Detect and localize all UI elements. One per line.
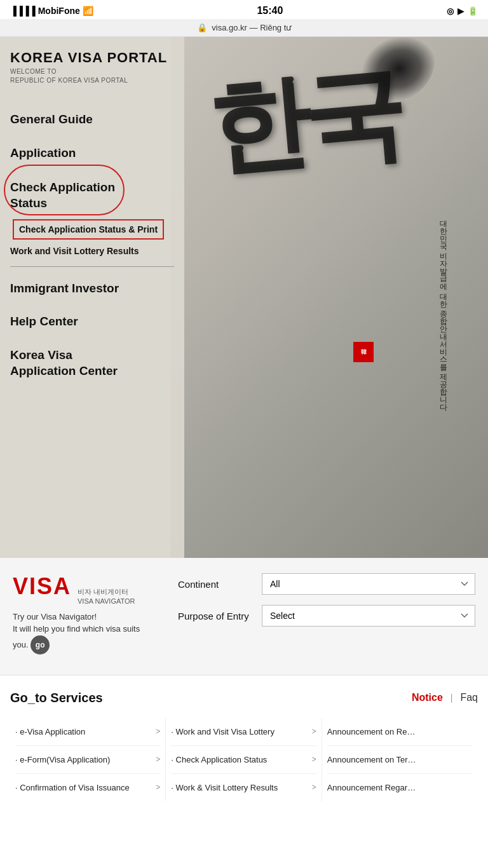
desc-line1: Try our Visa Navigator! xyxy=(13,612,97,621)
go-button[interactable]: go xyxy=(30,635,50,654)
purpose-label: Purpose of Entry xyxy=(178,611,254,621)
notice-item-3[interactable]: Announcement Regar… xyxy=(327,774,473,801)
visa-logo: VISA 비자 내비게이터 VISA NAVIGATOR xyxy=(13,573,165,607)
services-header: Go_to Services Notice | Faq xyxy=(10,691,478,705)
nav-lottery-results[interactable]: Work and Visit Lottery Results xyxy=(10,243,174,264)
nav-item-immigrant-investor[interactable]: Immigrant Investor xyxy=(10,272,174,306)
confirmation-arrow: > xyxy=(156,783,160,792)
portal-subtitle: WELCOME TO REPUBLIC OF KOREA VISA PORTAL xyxy=(10,67,174,85)
nav-item-help-center[interactable]: Help Center xyxy=(10,305,174,339)
direction-icon: ▶ xyxy=(458,6,464,16)
service-item-confirmation[interactable]: · Confirmation of Visa Issuance > xyxy=(15,774,160,801)
nav-divider-1 xyxy=(10,266,174,267)
eform-arrow: > xyxy=(156,755,160,764)
services-col-2: · Work and Visit Visa Lottery > · Check … xyxy=(166,718,322,801)
subtitle-line2: REPUBLIC OF KOREA VISA PORTAL xyxy=(10,77,128,84)
continent-label: Continent xyxy=(178,579,254,590)
notice-label-1: Announcement on Re… xyxy=(327,727,416,736)
highlight-circle xyxy=(4,165,125,215)
continent-filter-row: Continent All Asia Europe Americas Afric… xyxy=(178,573,475,595)
lottery-results-arrow: > xyxy=(312,783,316,792)
notice-item-1[interactable]: Announcement on Re… xyxy=(327,718,473,746)
visa-nav-right: Continent All Asia Europe Americas Afric… xyxy=(178,573,475,637)
services-col-3: Announcement on Re… Announcement on Ter…… xyxy=(322,718,478,801)
carrier-name: MobiFone xyxy=(38,6,80,16)
purpose-select[interactable]: Select Tourism Business Work Study Trans… xyxy=(262,605,475,627)
confirmation-label: · Confirmation of Visa Issuance xyxy=(15,783,130,792)
faq-link[interactable]: Faq xyxy=(460,692,478,703)
notice-divider: | xyxy=(451,693,453,703)
visa-nav-left: VISA 비자 내비게이터 VISA NAVIGATOR Try our Vis… xyxy=(13,573,165,660)
notice-item-2[interactable]: Announcement on Ter… xyxy=(327,746,473,774)
service-item-eform[interactable]: · e-Form(Visa Application) > xyxy=(15,746,160,774)
services-grid: · e-Visa Application > · e-Form(Visa App… xyxy=(10,718,478,801)
notice-faq-links: Notice | Faq xyxy=(412,692,478,703)
location-icon: ◎ xyxy=(447,6,454,16)
evisa-arrow: > xyxy=(156,727,160,736)
portal-title: KOREA VISA PORTAL xyxy=(10,50,174,66)
lottery-arrow: > xyxy=(312,727,316,736)
check-status-arrow: > xyxy=(312,755,316,764)
nav-item-check-status[interactable]: Check ApplicationStatus xyxy=(10,170,174,216)
nav-item-general-guide[interactable]: General Guide xyxy=(10,103,174,137)
desc-line3: you. xyxy=(13,640,29,649)
notice-label-3: Announcement Regar… xyxy=(327,783,416,792)
vertical-text-content: 대한민국 비자발급에 대한 종합안내서비스를 제공합니다 xyxy=(439,215,448,406)
service-item-evisa[interactable]: · e-Visa Application > xyxy=(15,718,160,746)
check-status-label: · Check Application Status xyxy=(171,755,267,764)
services-col-1: · e-Visa Application > · e-Form(Visa App… xyxy=(10,718,166,801)
evisa-label: · e-Visa Application xyxy=(15,727,85,736)
hero-image: 한국 대한민국 비자발급에 대한 종합안내서비스를 제공합니다 韓 xyxy=(170,37,488,558)
notice-link[interactable]: Notice xyxy=(412,692,443,703)
browser-bar[interactable]: 🔒 visa.go.kr — Riêng tư xyxy=(0,19,488,37)
nav-item-application[interactable]: Application xyxy=(10,137,174,170)
purpose-filter-row: Purpose of Entry Select Tourism Business… xyxy=(178,605,475,627)
nav-sub-check-status-print[interactable]: Check Application Status & Print xyxy=(13,219,164,240)
red-seal: 韓 xyxy=(353,342,374,362)
lock-icon: 🔒 xyxy=(197,23,207,32)
eform-label: · e-Form(Visa Application) xyxy=(15,755,110,764)
notice-label-2: Announcement on Ter… xyxy=(327,755,416,764)
service-item-check-status[interactable]: · Check Application Status > xyxy=(171,746,316,774)
status-left: ▐▐▐▐ MobiFone 📶 xyxy=(10,6,93,16)
status-right: ◎ ▶ 🔋 xyxy=(447,6,478,16)
subtitle-line1: WELCOME TO xyxy=(10,68,57,75)
lottery-label: · Work and Visit Visa Lottery xyxy=(171,727,274,736)
visa-kr-line1: 비자 내비게이터 xyxy=(78,588,128,595)
signal-icon: ▐▐▐▐ xyxy=(10,6,36,16)
hero-section: 한국 대한민국 비자발급에 대한 종합안내서비스를 제공합니다 韓 KOREA … xyxy=(0,37,488,558)
browser-url: visa.go.kr — Riêng tư xyxy=(212,23,291,32)
lottery-results-label: · Work & Visit Lottery Results xyxy=(171,783,278,792)
calligraphy-main: 한국 xyxy=(205,67,402,175)
desc-line2: It will help you find which visa suits xyxy=(13,624,140,634)
battery-icon: 🔋 xyxy=(468,6,478,16)
visa-logo-text: VISA xyxy=(13,573,71,600)
continent-select[interactable]: All Asia Europe Americas Africa Oceania xyxy=(262,573,475,595)
visa-navigator-section: VISA 비자 내비게이터 VISA NAVIGATOR Try our Vis… xyxy=(0,558,488,675)
services-section: Go_to Services Notice | Faq · e-Visa App… xyxy=(0,675,488,811)
visa-logo-kr: 비자 내비게이터 VISA NAVIGATOR xyxy=(78,587,135,607)
status-bar: ▐▐▐▐ MobiFone 📶 15:40 ◎ ▶ 🔋 xyxy=(0,0,488,19)
visa-kr-line2: VISA NAVIGATOR xyxy=(78,597,135,605)
wifi-icon: 📶 xyxy=(83,6,93,16)
nav-panel: KOREA VISA PORTAL WELCOME TO REPUBLIC OF… xyxy=(0,37,184,558)
calligraphy-vertical: 대한민국 비자발급에 대한 종합안내서비스를 제공합니다 xyxy=(436,215,450,406)
service-item-lottery[interactable]: · Work and Visit Visa Lottery > xyxy=(171,718,316,746)
visa-nav-description: Try our Visa Navigator! It will help you… xyxy=(13,611,165,654)
status-time: 15:40 xyxy=(257,5,283,17)
nav-item-kvac[interactable]: Korea VisaApplication Center xyxy=(10,339,174,388)
service-item-lottery-results[interactable]: · Work & Visit Lottery Results > xyxy=(171,774,316,801)
services-title: Go_to Services xyxy=(10,691,103,705)
